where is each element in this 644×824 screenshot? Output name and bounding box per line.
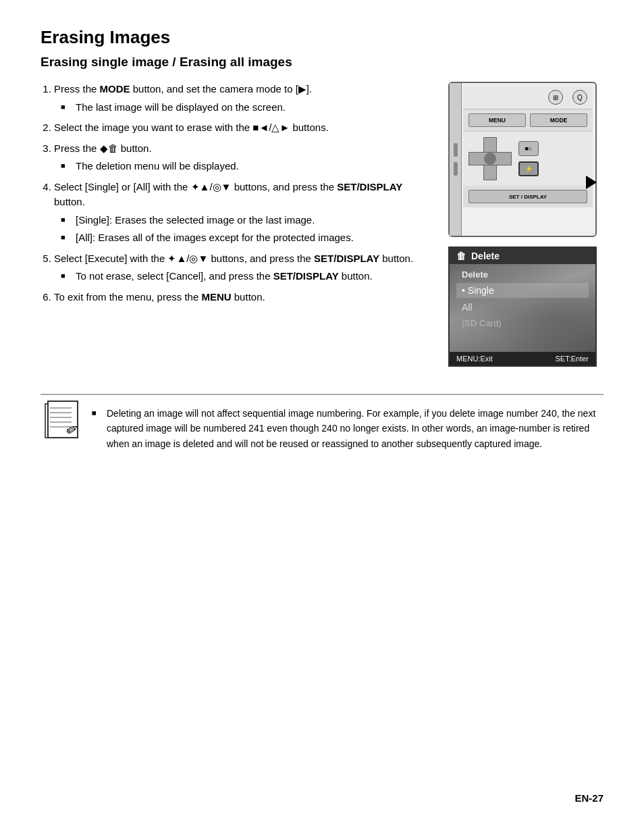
delete-icon: 🗑	[456, 251, 466, 261]
step5-bullets: To not erase, select [Cancel], and press…	[54, 269, 428, 284]
delete-menu-item-delete: Delete	[456, 268, 589, 281]
delete-menu-header: 🗑 Delete	[450, 248, 595, 264]
camera-bottom-row: SET / DISPLAY	[463, 186, 593, 207]
step-3: Press the ◆🗑 button. The deletion menu w…	[54, 141, 428, 174]
note-section: ✏ ■Deleting an image will not affect seq…	[41, 394, 603, 454]
mode-button: MODE	[530, 113, 587, 127]
note-icon: ✏	[41, 401, 81, 438]
slot-indicator-2	[454, 162, 458, 176]
page-number: EN-27	[574, 792, 603, 804]
camera-body: ⊞ Q MENU MODE ■○	[448, 82, 597, 237]
step4-symbol: ✦▲/◎▼	[191, 181, 232, 192]
page-title: Erasing Images	[41, 27, 603, 48]
cam-zoom-btn: Q	[572, 90, 587, 105]
step6-bold: MENU	[201, 291, 231, 303]
note-bullet-list: ■Deleting an image will not affect seque…	[92, 406, 603, 454]
step-1: Press the MODE button, and set the camer…	[54, 82, 428, 115]
step5-bold: SET/DISPLAY	[314, 253, 379, 264]
cam-bottom-right-btn: ⚡	[518, 161, 539, 176]
step3-bullet1: The deletion menu will be displayed.	[61, 159, 428, 174]
delete-menu: 🗑 Delete Delete • Single All (SD Card) M…	[448, 247, 597, 367]
step3-bullets: The deletion menu will be displayed.	[54, 159, 428, 174]
menu-button: MENU	[468, 113, 526, 127]
delete-menu-items-list: Delete • Single All (SD Card)	[450, 264, 595, 352]
svg-marker-0	[586, 176, 597, 189]
camera-diagram: ⊞ Q MENU MODE ■○	[448, 82, 603, 237]
step1-symbol: ▶	[298, 83, 306, 95]
step4-bullet2: [All]: Erases all of the images except f…	[61, 230, 428, 246]
step-6: To exit from the menu, press the MENU bu…	[54, 290, 428, 305]
camera-row2: MENU MODE	[463, 109, 593, 132]
camera-main-area: ⊞ Q MENU MODE ■○	[463, 86, 593, 233]
step-5: Select [Execute] with the ✦▲/◎▼ buttons,…	[54, 251, 428, 284]
delete-menu-item-single: • Single	[456, 283, 589, 298]
step5-symbol: ✦▲/◎▼	[167, 253, 208, 264]
camera-right-controls: ■○ ⚡	[518, 141, 539, 176]
note-bullet-marker: ■	[92, 407, 97, 419]
delete-menu-body: Delete • Single All (SD Card)	[450, 264, 595, 352]
instructions-column: Press the MODE button, and set the camer…	[41, 82, 428, 367]
step1-bullet1: The last image will be displayed on the …	[61, 100, 428, 115]
set-display-button: SET / DISPLAY	[468, 190, 587, 203]
delete-menu-item-all: All	[456, 300, 589, 315]
step2-symbol: ■◄/△►	[252, 122, 290, 133]
step-4: Select [Single] or [All] with the ✦▲/◎▼ …	[54, 180, 428, 246]
slot-indicator-1	[454, 143, 458, 157]
delete-menu-footer: MENU:Exit SET:Enter	[450, 352, 595, 365]
notebook-icon: ✏	[41, 401, 76, 438]
dpad	[468, 137, 512, 180]
step5-to: To	[76, 270, 86, 282]
diagrams-column: ⊞ Q MENU MODE ■○	[448, 82, 603, 367]
delete-menu-title: Delete	[471, 251, 500, 261]
arrow-indicator	[582, 174, 597, 192]
step5-bullet1: To not erase, select [Cancel], and press…	[61, 269, 428, 284]
step4-bullets: [Single]: Erases the selected image or t…	[54, 213, 428, 246]
dpad-center	[484, 153, 496, 165]
delete-menu-footer-enter: SET:Enter	[555, 355, 589, 363]
delete-menu-item-sdcard: (SD Card)	[456, 317, 589, 330]
camera-top-row: ⊞ Q	[463, 86, 593, 109]
delete-menu-footer-exit: MENU:Exit	[456, 355, 493, 363]
page-subtitle: Erasing single image / Erasing all image…	[41, 55, 603, 70]
step-2: Select the image you want to erase with …	[54, 120, 428, 136]
step5-setdisplay: SET/DISPLAY	[273, 270, 339, 282]
step1-bullets: The last image will be displayed on the …	[54, 100, 428, 115]
step4-bullet1: [Single]: Erases the selected image or t…	[61, 213, 428, 228]
step4-bold: SET/DISPLAY	[337, 181, 402, 192]
steps-list: Press the MODE button, and set the camer…	[41, 82, 428, 305]
step1-bold: MODE	[100, 83, 130, 95]
note-text: ■Deleting an image will not affect seque…	[92, 406, 603, 451]
camera-controls-row: ■○ ⚡	[463, 132, 593, 186]
cam-grid-btn: ⊞	[548, 90, 563, 105]
cam-top-right-btn: ■○	[518, 141, 539, 156]
camera-left-slot	[450, 83, 462, 236]
